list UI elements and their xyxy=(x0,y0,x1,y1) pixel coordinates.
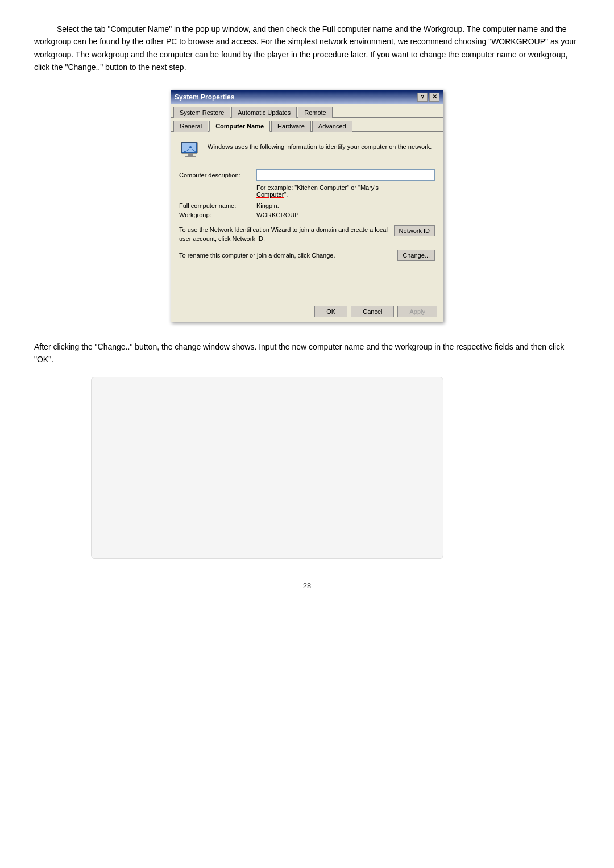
dialog-titlebar: System Properties ? ✕ xyxy=(171,90,443,104)
tab-container: System Restore Automatic Updates Remote … xyxy=(171,104,443,132)
change-window-screenshot xyxy=(91,377,443,559)
tab-computer-name[interactable]: Computer Name xyxy=(209,121,270,132)
svg-rect-2 xyxy=(188,153,193,156)
tab-hardware[interactable]: Hardware xyxy=(271,121,311,132)
svg-rect-3 xyxy=(185,156,196,157)
ok-button[interactable]: OK xyxy=(314,306,347,317)
full-name-row: Full computer name: Kingpin. xyxy=(179,202,435,209)
cancel-button[interactable]: Cancel xyxy=(351,306,394,317)
computer-icon xyxy=(179,140,202,163)
dialog-footer: OK Cancel Apply xyxy=(171,301,443,322)
svg-point-8 xyxy=(189,146,192,148)
description-input[interactable] xyxy=(256,169,435,181)
change-button[interactable]: Change... xyxy=(397,250,435,261)
tab-row-2: General Computer Name Hardware Advanced xyxy=(171,118,443,132)
workgroup-value: WORKGROUP xyxy=(256,211,299,218)
description-label: Computer description: xyxy=(179,172,253,178)
network-id-text: To use the Network Identification Wizard… xyxy=(179,225,388,244)
close-button[interactable]: ✕ xyxy=(429,93,439,102)
tab-system-restore[interactable]: System Restore xyxy=(173,107,230,118)
full-name-value: Kingpin. xyxy=(256,202,279,209)
full-name-label: Full computer name: xyxy=(179,202,256,209)
change-section: To rename this computer or join a domain… xyxy=(179,250,435,261)
tab-general[interactable]: General xyxy=(173,121,208,132)
help-button[interactable]: ? xyxy=(417,93,428,102)
tab-automatic-updates[interactable]: Automatic Updates xyxy=(231,107,297,118)
description-row: Computer description: xyxy=(179,169,435,181)
intro-paragraph: Select the tab "Computer Name" in the po… xyxy=(34,23,580,74)
page-number: 28 xyxy=(34,582,580,590)
apply-button[interactable]: Apply xyxy=(397,306,437,317)
titlebar-buttons: ? ✕ xyxy=(417,93,439,102)
tab-remote[interactable]: Remote xyxy=(298,107,333,118)
dialog-content: Windows uses the following information t… xyxy=(171,132,443,267)
svg-point-7 xyxy=(195,151,197,153)
svg-point-6 xyxy=(184,151,186,153)
workgroup-row: Workgroup: WORKGROUP xyxy=(179,211,435,218)
network-id-button[interactable]: Network ID xyxy=(394,225,435,236)
system-properties-dialog: System Properties ? ✕ System Restore Aut… xyxy=(171,90,443,322)
tab-advanced[interactable]: Advanced xyxy=(312,121,352,132)
info-row: Windows uses the following information t… xyxy=(179,140,435,163)
info-text: Windows uses the following information t… xyxy=(208,142,432,152)
tab-row-1: System Restore Automatic Updates Remote xyxy=(171,104,443,118)
example-text: For example: "Kitchen Computer" or "Mary… xyxy=(256,184,435,198)
workgroup-label: Workgroup: xyxy=(179,211,256,218)
change-text: To rename this computer or join a domain… xyxy=(179,252,392,259)
network-id-section: To use the Network Identification Wizard… xyxy=(179,225,435,244)
after-paragraph: After clicking the "Change.." button, th… xyxy=(34,340,580,366)
dialog-title: System Properties xyxy=(175,93,234,101)
